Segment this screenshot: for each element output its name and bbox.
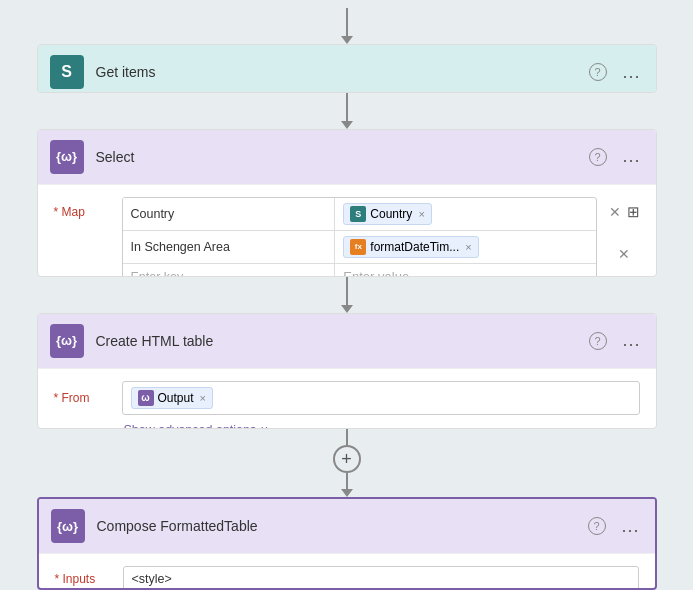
row1-copy-btn[interactable]: ⊞ [627,203,640,221]
select-title: Select [96,149,586,165]
add-arrow [341,489,353,497]
map-table: Country S Country × In [122,197,597,277]
map-label: * Map [54,197,114,219]
get-items-more-button[interactable]: ... [620,60,644,84]
row1-delete-btn[interactable]: ✕ [609,205,621,219]
map-row-3: Enter key Enter value [123,264,596,277]
schengen-tag-label: formatDateTim... [370,240,459,254]
output-tag-icon: ω [138,390,154,406]
chevron-down-icon: ∨ [260,423,269,429]
get-items-header: S Get items ? ... [38,45,656,93]
country-tag-close[interactable]: × [418,208,424,220]
map-row-container: * Map Country S Country × [54,197,640,277]
map-row-1: Country S Country × [123,198,596,231]
select-icon: {ω} [50,140,84,174]
get-items-actions: ? ... [586,60,644,84]
inputs-label: * Inputs [55,572,115,586]
compose-more-button[interactable]: ... [619,514,643,538]
html-table-title: Create HTML table [96,333,586,349]
from-label: * From [54,391,114,405]
compose-card: {ω} Compose FormattedTable ? ... * Input… [37,497,657,590]
country-tag-icon: S [350,206,366,222]
select-header: {ω} Select ? ... [38,130,656,185]
inputs-row: * Inputs <style> [55,566,639,590]
select-actions: ? ... [586,145,644,169]
post-add-line [346,473,348,489]
show-advanced-button[interactable]: Show advanced options ∨ [124,423,640,429]
pre-add-line [346,429,348,445]
output-tag-close[interactable]: × [200,392,206,404]
get-items-help-icon: ? [589,63,607,81]
compose-actions: ? ... [585,514,643,538]
from-input[interactable]: ω Output × [122,381,640,415]
country-tag: S Country × [343,203,431,225]
compose-body: * Inputs <style> [39,554,655,590]
row2-actions: ✕ [618,247,630,261]
inputs-field[interactable]: <style> [123,566,639,590]
schengen-tag-close[interactable]: × [465,241,471,253]
map-key-country: Country [123,198,336,230]
map-value-country: S Country × [335,198,595,230]
add-section: + [333,429,361,497]
add-step-button[interactable]: + [333,445,361,473]
get-items-help-button[interactable]: ? [586,60,610,84]
schengen-tag-icon: fx [350,239,366,255]
compose-title: Compose FormattedTable [97,518,585,534]
schengen-tag: fx formatDateTim... × [343,236,478,258]
select-help-icon: ? [589,148,607,166]
show-advanced-label: Show advanced options [124,423,257,429]
select-card: {ω} Select ? ... * Map Country [37,129,657,277]
map-row-actions-1: ✕ ⊞ ✕ [609,203,640,261]
select-body: * Map Country S Country × [38,185,656,277]
row1-actions: ✕ ⊞ [609,203,640,221]
map-value-schengen: fx formatDateTim... × [335,231,595,263]
compose-header: {ω} Compose FormattedTable ? ... [39,499,655,554]
connector-1 [341,93,353,129]
html-table-help-button[interactable]: ? [586,329,610,353]
output-tag: ω Output × [131,387,213,409]
get-items-icon: S [50,55,84,89]
map-key-schengen: In Schengen Area [123,231,336,263]
top-connector [341,8,353,44]
row2-delete-btn[interactable]: ✕ [618,247,630,261]
html-table-header: {ω} Create HTML table ? ... [38,314,656,369]
country-tag-label: Country [370,207,412,221]
html-table-body: * From ω Output × Show advanced options … [38,369,656,429]
html-table-help-icon: ? [589,332,607,350]
from-row: * From ω Output × [54,381,640,415]
html-table-icon: {ω} [50,324,84,358]
connector-2 [341,277,353,313]
canvas: S Get items ? ... {ω} Select [0,0,693,590]
map-value-placeholder[interactable]: Enter value [335,264,595,277]
compose-icon: {ω} [51,509,85,543]
output-tag-label: Output [158,391,194,405]
select-help-button[interactable]: ? [586,145,610,169]
map-key-placeholder[interactable]: Enter key [123,264,336,277]
html-table-card: {ω} Create HTML table ? ... * From ω Out… [37,313,657,429]
compose-help-button[interactable]: ? [585,514,609,538]
get-items-title: Get items [96,64,586,80]
compose-help-icon: ? [588,517,606,535]
select-more-button[interactable]: ... [620,145,644,169]
get-items-card: S Get items ? ... [37,44,657,93]
map-row-2: In Schengen Area fx formatDateTim... × [123,231,596,264]
html-table-actions: ? ... [586,329,644,353]
html-table-more-button[interactable]: ... [620,329,644,353]
